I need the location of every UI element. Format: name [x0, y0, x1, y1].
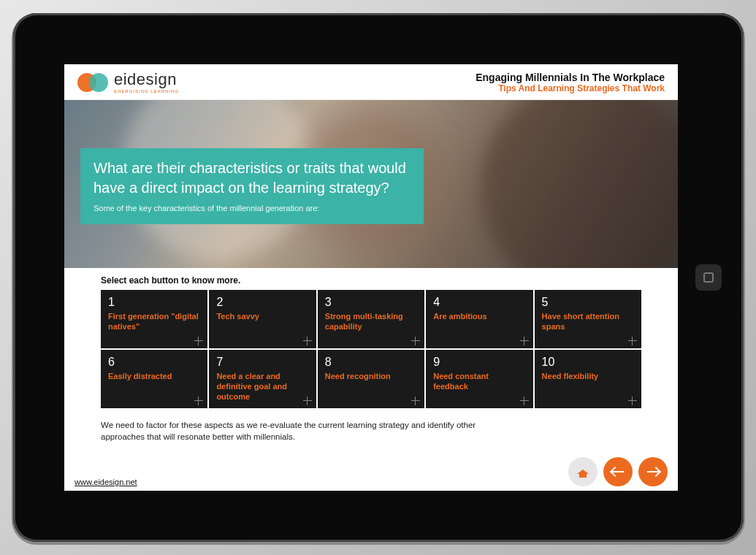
screen: eidesign ENERGISING LEARNING Engaging Mi…	[64, 64, 678, 491]
tile-number: 4	[433, 296, 525, 309]
next-button[interactable]	[638, 457, 668, 486]
tile-label: Need a clear and definitive goal and out…	[216, 372, 308, 402]
plus-icon	[520, 337, 529, 345]
logo-mark	[77, 72, 110, 93]
logo-text: eidesign	[114, 72, 179, 88]
header: eidesign ENERGISING LEARNING Engaging Mi…	[64, 64, 678, 100]
footer: www.eidesign.net	[64, 454, 678, 491]
tile-number: 2	[216, 296, 308, 309]
plus-icon	[303, 397, 312, 405]
plus-icon	[303, 337, 312, 345]
tile-8[interactable]: 8Need recognition	[318, 350, 424, 408]
arrow-right-icon	[647, 471, 659, 472]
tile-3[interactable]: 3Strong multi-tasking capability	[318, 290, 424, 348]
tile-2[interactable]: 2Tech savvy	[209, 290, 316, 348]
tile-label: Have short attention spans	[542, 312, 634, 332]
plus-icon	[194, 337, 203, 345]
arrow-left-icon	[612, 471, 624, 472]
tile-label: Strong multi-tasking capability	[325, 312, 417, 332]
tile-label: Need constant feedback	[433, 372, 525, 392]
course-title: Engaging Millennials In The Workplace	[476, 72, 665, 83]
home-icon	[577, 467, 589, 477]
tablet-home-button[interactable]	[695, 264, 722, 291]
hero-question: What are their characteristics or traits…	[93, 158, 411, 198]
previous-button[interactable]	[603, 457, 633, 486]
instruction-text: Select each button to know more.	[101, 275, 641, 286]
hero-panel: What are their characteristics or traits…	[80, 148, 424, 224]
plus-icon	[194, 397, 203, 405]
tile-number: 1	[108, 296, 200, 309]
logo-circle-teal	[89, 73, 108, 92]
tile-9[interactable]: 9Need constant feedback	[426, 350, 532, 408]
plus-icon	[520, 397, 529, 405]
tile-number: 9	[433, 356, 525, 369]
tile-number: 8	[325, 356, 417, 369]
tile-label: Are ambitious	[433, 312, 525, 322]
logo: eidesign ENERGISING LEARNING	[77, 72, 179, 93]
home-button[interactable]	[568, 457, 597, 486]
summary-text: We need to factor for these aspects as w…	[64, 413, 532, 443]
nav-controls	[568, 457, 668, 486]
tile-label: Easily distracted	[108, 372, 200, 382]
tile-4[interactable]: 4Are ambitious	[426, 290, 532, 348]
tablet-frame: eidesign ENERGISING LEARNING Engaging Mi…	[13, 13, 744, 542]
tile-10[interactable]: 10Need flexibility	[535, 350, 641, 408]
plus-icon	[628, 337, 637, 345]
hero-subtitle: Some of the key characteristics of the m…	[93, 204, 411, 213]
tile-number: 3	[325, 296, 417, 309]
tile-label: Need flexibility	[542, 372, 634, 382]
tile-number: 10	[542, 356, 634, 369]
hero-banner: What are their characteristics or traits…	[64, 100, 678, 268]
tile-label: Need recognition	[325, 372, 417, 382]
tile-5[interactable]: 5Have short attention spans	[535, 290, 641, 348]
tile-7[interactable]: 7Need a clear and definitive goal and ou…	[209, 350, 316, 408]
tile-label: Tech savvy	[216, 312, 308, 322]
tile-6[interactable]: 6Easily distracted	[101, 350, 207, 408]
logo-tagline: ENERGISING LEARNING	[114, 89, 179, 93]
tile-1[interactable]: 1First generation "digital natives"	[101, 290, 207, 348]
course-subtitle: Tips And Learning Strategies That Work	[476, 83, 665, 93]
tile-number: 7	[216, 356, 308, 369]
plus-icon	[411, 337, 420, 345]
home-button-icon	[703, 272, 714, 283]
tile-label: First generation "digital natives"	[108, 312, 200, 332]
plus-icon	[628, 397, 637, 405]
plus-icon	[411, 397, 420, 405]
tile-grid: 1First generation "digital natives"2Tech…	[101, 290, 641, 408]
tile-number: 5	[542, 296, 634, 309]
website-link[interactable]: www.eidesign.net	[75, 478, 137, 486]
tile-number: 6	[108, 356, 200, 369]
